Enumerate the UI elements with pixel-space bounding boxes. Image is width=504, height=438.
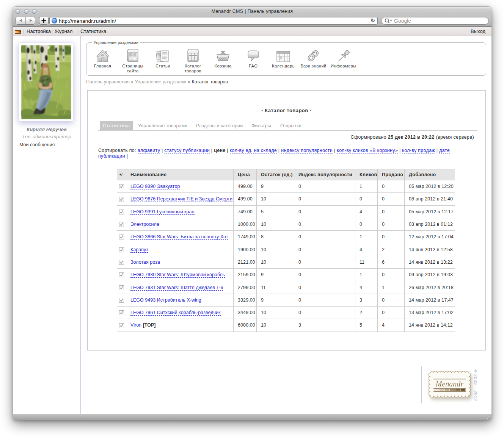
svg-text:Menandr: Menandr (435, 380, 464, 388)
